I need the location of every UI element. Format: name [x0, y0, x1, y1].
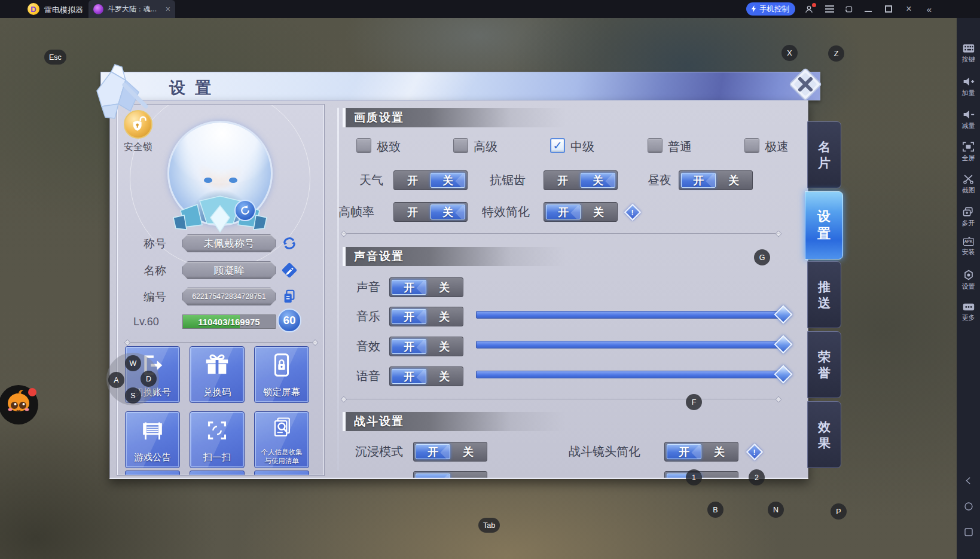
menu-icon[interactable]: [824, 4, 835, 14]
sidebar-item-more[interactable]: 更多: [957, 303, 980, 322]
keymap-a[interactable]: A: [108, 372, 124, 388]
toggle-on[interactable]: 开: [416, 444, 450, 459]
toggle-on[interactable]: 开: [392, 280, 426, 295]
battle-camera-warning-icon[interactable]: !: [746, 444, 762, 460]
toggle-on[interactable]: 开: [667, 444, 701, 459]
toggle-off[interactable]: 关: [582, 204, 615, 219]
keymap-z[interactable]: Z: [828, 45, 844, 62]
tab-honor[interactable]: 荣誉: [807, 331, 841, 398]
toggle-off[interactable]: 关: [431, 204, 465, 219]
toggle-off[interactable]: 关: [428, 280, 461, 295]
keymap-b[interactable]: B: [707, 502, 723, 518]
keymap-2[interactable]: 2: [749, 469, 765, 485]
toggle-off[interactable]: 关: [428, 339, 461, 354]
scan-button[interactable]: 扫一扫: [190, 411, 245, 468]
keymap-d[interactable]: D: [141, 371, 157, 387]
keymap-1[interactable]: 1: [686, 469, 702, 485]
keymap-n[interactable]: N: [768, 502, 784, 518]
close-icon[interactable]: ×: [903, 4, 914, 14]
sidebar-item-screenshot[interactable]: 截图: [957, 174, 980, 195]
toggle-off[interactable]: 关: [428, 369, 461, 384]
toggle-off[interactable]: 关: [431, 173, 465, 188]
antialias-toggle[interactable]: 开 关: [544, 170, 618, 190]
avatar-refresh-button[interactable]: [234, 200, 256, 221]
tab-effects[interactable]: 效果: [807, 401, 841, 468]
sidebar-item-fullscreen[interactable]: 全屏: [957, 142, 980, 163]
quality-checkbox-medium[interactable]: ✓: [550, 138, 565, 153]
sfx-slider[interactable]: [476, 341, 788, 349]
keymap-x[interactable]: X: [781, 45, 798, 61]
toggle-off[interactable]: 关: [428, 309, 461, 324]
gift-code-button[interactable]: 兑换码: [190, 346, 245, 403]
voice-toggle[interactable]: 开 关: [389, 366, 463, 386]
title-field-value[interactable]: 未佩戴称号: [182, 234, 276, 252]
sidebar-item-settings[interactable]: 设置: [957, 270, 980, 291]
android-recents-button[interactable]: [957, 527, 980, 537]
tab-close-icon[interactable]: ×: [166, 4, 170, 14]
voice-slider-handle[interactable]: [774, 365, 792, 383]
sidebar-item-install-apk[interactable]: APK 安装: [957, 238, 980, 256]
music-slider-handle[interactable]: [774, 305, 792, 323]
tab-push[interactable]: 推送: [807, 261, 841, 328]
dialog-close-button[interactable]: [788, 67, 823, 102]
maximize-icon[interactable]: [883, 4, 894, 14]
account-icon[interactable]: [804, 4, 814, 14]
daynight-toggle[interactable]: 开 关: [679, 170, 753, 190]
fxsimplify-toggle[interactable]: 开 关: [544, 202, 618, 222]
game-tab[interactable]: 斗罗大陆：魂... ×: [88, 0, 175, 18]
keymap-w[interactable]: W: [125, 355, 141, 371]
sidebar-item-volume-down[interactable]: 减量: [957, 109, 980, 130]
fxsimplify-warning-icon[interactable]: !: [624, 204, 640, 220]
sound-toggle[interactable]: 开 关: [389, 277, 463, 297]
toggle-off[interactable]: 关: [717, 173, 750, 188]
minimize-icon[interactable]: [863, 4, 874, 14]
toggle-off[interactable]: 关: [703, 444, 736, 459]
phone-control-button[interactable]: 手机控制: [746, 2, 795, 16]
tab-namecard[interactable]: 名片: [807, 121, 841, 188]
sidebar-item-volume-up[interactable]: 加量: [957, 77, 980, 97]
android-home-button[interactable]: [957, 501, 980, 512]
toggle-off[interactable]: 关: [581, 173, 615, 188]
lock-screen-button[interactable]: 锁定屏幕: [254, 346, 309, 403]
music-toggle[interactable]: 开 关: [389, 307, 463, 326]
keymap-g[interactable]: G: [754, 249, 770, 265]
toggle-on[interactable]: 开: [396, 204, 429, 219]
keymap-esc[interactable]: Esc: [44, 50, 66, 65]
rotate-icon[interactable]: [843, 4, 854, 14]
collapse-sidebar-icon[interactable]: «: [924, 4, 935, 14]
weather-toggle[interactable]: 开 关: [393, 170, 468, 190]
highfps-toggle[interactable]: 开 关: [393, 202, 468, 222]
toggle-on[interactable]: 开: [392, 309, 426, 324]
voice-slider[interactable]: [476, 371, 788, 378]
quality-checkbox-high[interactable]: [453, 138, 468, 153]
toggle-on[interactable]: 开: [392, 369, 426, 384]
toggle-on[interactable]: 开: [546, 204, 581, 219]
toggle-on[interactable]: 开: [396, 173, 429, 188]
id-copy-button[interactable]: [280, 288, 298, 306]
sfx-slider-handle[interactable]: [774, 335, 792, 353]
game-announcement-button[interactable]: 游戏公告: [125, 411, 180, 468]
keymap-s[interactable]: S: [125, 387, 141, 404]
quality-checkbox-ultra[interactable]: [356, 138, 371, 153]
battle-camera-toggle[interactable]: 开 关: [664, 442, 738, 462]
sfx-toggle[interactable]: 开 关: [389, 337, 463, 356]
keymap-p[interactable]: P: [831, 503, 847, 520]
toggle-on[interactable]: 开: [681, 173, 716, 188]
toggle-off[interactable]: 关: [451, 444, 485, 459]
toggle-on[interactable]: 开: [546, 173, 579, 188]
android-back-button[interactable]: [957, 475, 980, 486]
sidebar-item-multi-instance[interactable]: 多开: [957, 207, 980, 228]
assistant-mascot[interactable]: [0, 384, 41, 426]
scrollbar-track[interactable]: [337, 108, 339, 471]
quality-checkbox-fast[interactable]: [744, 138, 759, 153]
name-edit-button[interactable]: [280, 261, 298, 279]
immersive-toggle[interactable]: 开 关: [413, 442, 487, 462]
keymap-f[interactable]: F: [686, 394, 702, 410]
quality-checkbox-normal[interactable]: [648, 138, 663, 153]
keymap-tab[interactable]: Tab: [478, 518, 500, 533]
tab-settings[interactable]: 设置: [805, 191, 843, 259]
toggle-on[interactable]: 开: [392, 339, 426, 354]
sidebar-item-keymap[interactable]: 按键: [957, 44, 980, 64]
music-slider[interactable]: [476, 311, 788, 319]
title-swap-button[interactable]: [280, 234, 298, 252]
